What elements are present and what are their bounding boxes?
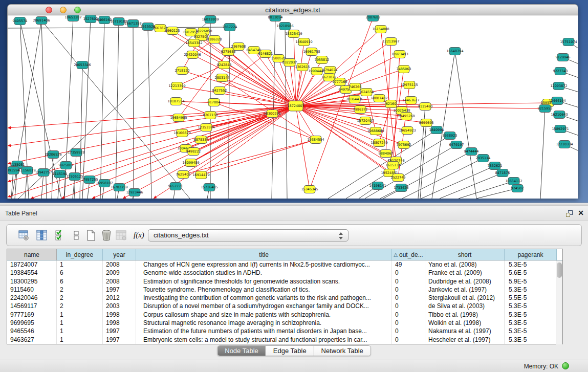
tab-node-table[interactable]: Node Table	[217, 346, 266, 356]
scrollbar-thumb[interactable]	[557, 262, 562, 278]
network-node[interactable]: 2087682	[366, 15, 381, 21]
table-row[interactable]: 946554611997Estimation of the future num…	[7, 327, 562, 335]
table-cell[interactable]: 1	[57, 336, 103, 344]
network-node[interactable]: 1527602	[83, 15, 98, 23]
table-row[interactable]: 911546021997Tourette syndrome. Phenomeno…	[7, 286, 562, 294]
column-header-out_de[interactable]: △out_de...	[392, 249, 425, 260]
network-canvas[interactable]: 1872400718300295896012376638228912955182…	[7, 15, 578, 199]
network-node[interactable]: 7515526	[141, 23, 156, 31]
network-node[interactable]: 12975115	[401, 81, 418, 89]
network-node[interactable]: 2935114	[476, 155, 491, 162]
network-node[interactable]: 18724007	[287, 101, 304, 111]
table-cell[interactable]: 5.6E-5	[505, 269, 557, 277]
network-node[interactable]: 7857224	[223, 24, 237, 31]
table-cell[interactable]: 9777169	[7, 311, 57, 319]
table-cell[interactable]: 18724007	[7, 260, 57, 269]
table-cell[interactable]: Changes of HCN gene expression and I(f) …	[136, 260, 392, 269]
network-node[interactable]: 19218986	[276, 23, 293, 30]
network-node[interactable]: 19166829	[173, 129, 190, 137]
network-node[interactable]: 1145194	[53, 170, 68, 178]
memory-ok-indicator[interactable]	[562, 362, 569, 369]
network-node[interactable]: 10653287	[64, 15, 81, 21]
table-cell[interactable]: 5.3E-5	[505, 311, 557, 319]
table-cell[interactable]: 0	[392, 294, 425, 302]
network-node[interactable]: 16782759	[111, 184, 127, 191]
network-node[interactable]: 6794024	[323, 67, 338, 74]
network-node[interactable]: 19384554	[307, 136, 324, 144]
network-node[interactable]: 15345345	[301, 186, 318, 193]
panel-splitter[interactable]	[0, 203, 588, 206]
table-cell[interactable]: Wolkin et al. (1998)	[425, 319, 505, 327]
table-cell[interactable]: 6	[57, 269, 103, 277]
network-node[interactable]: 1733426	[394, 184, 409, 192]
table-cell[interactable]: 5.3E-5	[505, 260, 557, 269]
table-cell[interactable]: 14569117	[7, 302, 57, 310]
network-node[interactable]: 9474444	[464, 148, 479, 156]
new-table-icon[interactable]	[85, 229, 97, 242]
network-node[interactable]: 8267150	[203, 112, 218, 119]
float-panel-icon[interactable]	[566, 210, 573, 217]
network-node[interactable]: 12353594	[198, 124, 214, 132]
network-node[interactable]: 9275685	[221, 48, 236, 56]
network-node[interactable]: 2803144	[215, 74, 230, 82]
network-node[interactable]: 7625402	[176, 171, 191, 179]
network-view-window[interactable]: citations_edges.txt 18724007183002958960…	[7, 4, 578, 199]
table-cell[interactable]: Tourette syndrome. Phenomenology and cla…	[136, 286, 392, 294]
network-node[interactable]: 924502	[511, 185, 524, 192]
network-node[interactable]: 1840994	[429, 126, 444, 134]
table-cell[interactable]: 0	[392, 327, 425, 335]
network-window-titlebar[interactable]: citations_edges.txt	[7, 4, 578, 15]
network-node[interactable]: 9657771	[168, 183, 183, 190]
column-header-title[interactable]: title	[136, 249, 392, 260]
row-pair-icon[interactable]	[70, 229, 82, 242]
table-cell[interactable]: Disruption of a novel member of a sodium…	[136, 302, 392, 310]
table-cell[interactable]: 0	[392, 319, 425, 327]
network-node[interactable]: 6466160	[97, 16, 112, 24]
table-cell[interactable]: 1998	[103, 319, 136, 327]
network-node[interactable]: 18640910	[295, 38, 312, 46]
table-cell[interactable]: 9699695	[7, 319, 57, 327]
close-panel-icon[interactable]: ✕	[578, 209, 584, 217]
network-node[interactable]: 9227343	[553, 68, 568, 75]
network-node[interactable]: 1615132	[386, 162, 401, 169]
table-cell[interactable]: Franke et al. (2009)	[425, 269, 505, 277]
network-node[interactable]: 7485063	[397, 65, 411, 73]
table-cell[interactable]: 2	[57, 302, 103, 310]
network-node[interactable]: 1624554	[359, 89, 374, 96]
network-node[interactable]: 917004	[208, 99, 221, 106]
table-row[interactable]: 946362711997Embryonic stem cells: a mode…	[7, 336, 562, 344]
network-node[interactable]: 20206526	[45, 151, 61, 159]
table-cell[interactable]: Tibbo et al. (1998)	[425, 311, 505, 319]
table-cell[interactable]: 5.3E-5	[505, 286, 557, 294]
column-header-year[interactable]: year	[103, 249, 136, 260]
table-cell[interactable]: Yano et al. (2008)	[425, 260, 505, 269]
network-node[interactable]: 16914479	[192, 171, 209, 179]
table-cell[interactable]: 0	[392, 302, 425, 310]
table-cell[interactable]: 0	[392, 277, 425, 286]
network-node[interactable]: 19654923	[399, 127, 416, 135]
table-cell[interactable]: 5.3E-5	[505, 319, 557, 327]
network-node[interactable]: 9975887	[59, 162, 74, 169]
table-cell[interactable]: 49	[392, 260, 425, 269]
network-node[interactable]: 20364436	[346, 96, 363, 103]
table-cell[interactable]: 1997	[103, 336, 136, 344]
network-node[interactable]: 10807487	[371, 95, 387, 102]
table-row[interactable]: 1938455462009Genome-wide association stu…	[7, 269, 562, 277]
table-cell[interactable]: 1998	[103, 311, 136, 319]
table-cell[interactable]: Investigating the contribution of common…	[136, 294, 392, 302]
network-node[interactable]: 18107554	[167, 98, 184, 105]
network-node[interactable]: 16033809	[202, 16, 219, 24]
table-row[interactable]: 1872400712008Changes of HCN gene express…	[7, 260, 562, 269]
network-node[interactable]: 7955812	[315, 56, 330, 64]
network-node[interactable]: 9884067	[379, 150, 394, 158]
network-node[interactable]: 15720407	[357, 117, 374, 125]
table-cell[interactable]: 1	[57, 260, 103, 269]
table-cell[interactable]: 18300295	[7, 277, 57, 286]
network-node[interactable]: 391594	[8, 167, 19, 174]
row-checks-icon[interactable]	[54, 229, 66, 242]
table-cell[interactable]: 5.3E-5	[505, 336, 557, 344]
network-node[interactable]: 9242848	[217, 61, 232, 69]
network-node[interactable]: 7975692	[397, 141, 411, 149]
network-node[interactable]: 16648794	[446, 48, 463, 55]
table-cell[interactable]: 9465546	[7, 327, 57, 335]
